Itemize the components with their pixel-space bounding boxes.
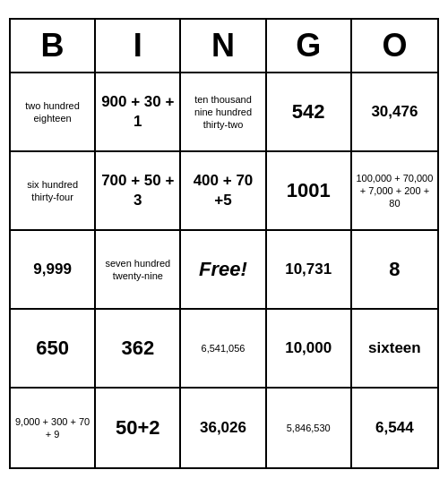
header-letter: G bbox=[267, 20, 352, 72]
bingo-cell: seven hundred twenty-nine bbox=[96, 231, 181, 310]
bingo-cell: 400 + 70 +5 bbox=[181, 152, 266, 231]
bingo-cell: ten thousand nine hundred thirty-two bbox=[181, 73, 266, 152]
bingo-cell: 1001 bbox=[267, 152, 352, 231]
bingo-cell: 362 bbox=[96, 310, 181, 389]
bingo-cell: 700 + 50 + 3 bbox=[96, 152, 181, 231]
bingo-cell: two hundred eighteen bbox=[11, 73, 96, 152]
bingo-cell: 10,000 bbox=[267, 310, 352, 389]
bingo-cell: 9,999 bbox=[11, 231, 96, 310]
bingo-cell: 36,026 bbox=[181, 389, 266, 467]
bingo-cell: 10,731 bbox=[267, 231, 352, 310]
bingo-header: BINGO bbox=[11, 20, 437, 73]
bingo-cell: 30,476 bbox=[352, 73, 437, 152]
header-letter: I bbox=[96, 20, 181, 72]
bingo-cell: 9,000 + 300 + 70 + 9 bbox=[11, 389, 96, 467]
bingo-cell: 542 bbox=[267, 73, 352, 152]
header-letter: B bbox=[11, 20, 96, 72]
bingo-cell: Free! bbox=[181, 231, 266, 310]
header-letter: O bbox=[352, 20, 437, 72]
bingo-cell: sixteen bbox=[352, 310, 437, 389]
bingo-cell: 100,000 + 70,000 + 7,000 + 200 + 80 bbox=[352, 152, 437, 231]
bingo-cell: 8 bbox=[352, 231, 437, 310]
bingo-cell: 650 bbox=[11, 310, 96, 389]
bingo-grid: two hundred eighteen900 + 30 + 1ten thou… bbox=[11, 73, 437, 467]
bingo-cell: 6,544 bbox=[352, 389, 437, 467]
bingo-cell: 6,541,056 bbox=[181, 310, 266, 389]
bingo-cell: 900 + 30 + 1 bbox=[96, 73, 181, 152]
bingo-cell: six hundred thirty-four bbox=[11, 152, 96, 231]
bingo-cell: 50+2 bbox=[96, 389, 181, 467]
bingo-card: BINGO two hundred eighteen900 + 30 + 1te… bbox=[9, 18, 439, 469]
header-letter: N bbox=[181, 20, 266, 72]
bingo-cell: 5,846,530 bbox=[267, 389, 352, 467]
